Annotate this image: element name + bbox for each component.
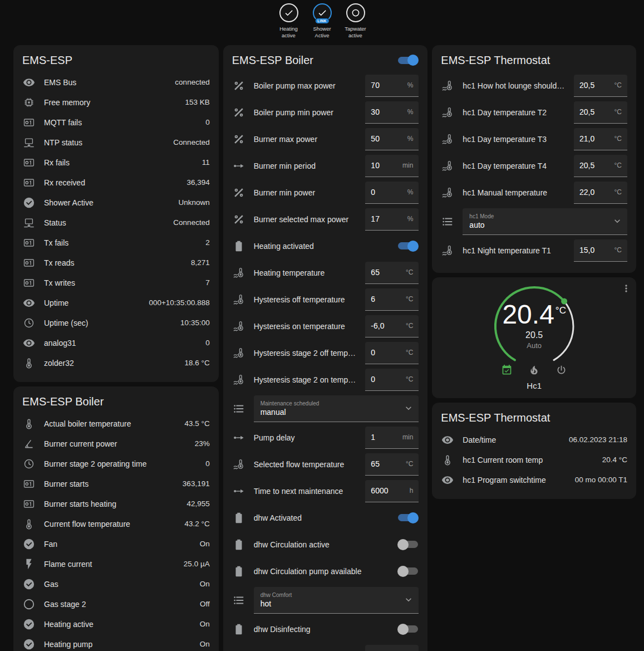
entity-row[interactable]: Shower ActiveUnknown — [22, 193, 210, 213]
entity-row[interactable]: hc1 Program switchtime00 mo 00:00 T1 — [441, 470, 627, 490]
number-input[interactable]: 15,0°C — [574, 239, 627, 262]
entity-row[interactable]: Uptime (sec)10:35:00 — [22, 313, 210, 333]
entity-row[interactable]: hc1 Current room temp20.4 °C — [441, 450, 627, 470]
number-input[interactable]: 65°C — [365, 453, 419, 476]
toggle-switch[interactable] — [397, 539, 419, 550]
entity-row[interactable]: Burner stage 2 operating time0 — [22, 454, 210, 474]
number-input[interactable]: 17% — [365, 208, 419, 231]
number-input[interactable]: 70% — [365, 75, 419, 97]
entity-label: Status — [44, 218, 165, 227]
number-input[interactable]: 6000h — [365, 480, 419, 502]
select-field[interactable]: dhw Comforthot — [254, 587, 419, 614]
thermo-water-icon — [441, 80, 454, 92]
entity-row[interactable]: analog310 — [22, 333, 210, 353]
toggle-switch[interactable] — [397, 241, 419, 252]
entity-value: On — [200, 580, 210, 588]
entity-row[interactable]: Heating activeOn — [22, 614, 210, 634]
entity-label: Hysteresis off temperature — [254, 295, 357, 304]
menu-dots-icon[interactable] — [621, 283, 632, 296]
toggle-switch[interactable] — [397, 624, 419, 635]
number-input[interactable]: 0°C — [365, 369, 419, 391]
entity-row[interactable]: GasOn — [22, 574, 210, 594]
battery-icon — [232, 512, 245, 524]
number-input[interactable]: 70°C — [365, 645, 419, 651]
percent-icon — [232, 213, 245, 226]
counter-icon — [22, 257, 36, 269]
entity-row[interactable]: Tx reads8,271 — [22, 253, 210, 273]
badge-tapwater-active[interactable]: Tapwater active — [341, 3, 370, 40]
number-unit: °C — [614, 161, 622, 169]
chevron-down-icon — [403, 403, 414, 414]
select-field[interactable]: Maintenance scheduledmanual — [254, 395, 419, 422]
entity-row[interactable]: Date/time06.02.2023 21:18 — [441, 430, 627, 450]
entity-value: 11 — [202, 158, 210, 167]
entity-label: hc1 Night temperature T1 — [463, 246, 566, 255]
number-input[interactable]: 20,5°C — [574, 155, 627, 177]
number-input[interactable]: 0°C — [365, 342, 419, 364]
toggle-switch[interactable] — [397, 566, 419, 577]
hvac-mode-label: Auto — [476, 341, 593, 350]
badge-heating-active[interactable]: Heating active — [274, 3, 303, 40]
entity-row[interactable]: StatusConnected — [22, 213, 210, 233]
entity-value: 10:35:00 — [180, 319, 210, 327]
entity-row[interactable]: Burner current power23% — [22, 434, 210, 454]
entity-row[interactable]: Gas stage 2Off — [22, 594, 210, 614]
entity-value: 18.6 °C — [184, 359, 209, 367]
number-input[interactable]: 10min — [365, 155, 419, 177]
entity-row[interactable]: Flame current25.0 µA — [22, 554, 210, 574]
entity-row[interactable]: Rx received36,394 — [22, 173, 210, 193]
number-input[interactable]: 6°C — [365, 288, 419, 311]
number-input[interactable]: -6,0°C — [365, 315, 419, 337]
number-input[interactable]: 20,5°C — [574, 101, 627, 124]
entity-label: Hysteresis on temperature — [254, 322, 357, 331]
entity-label: Heating active — [44, 620, 191, 629]
select-value: auto — [469, 221, 612, 229]
entity-value: 25.0 µA — [184, 560, 210, 568]
battery-icon — [232, 565, 245, 577]
toggle-switch[interactable] — [397, 512, 419, 523]
entity-row[interactable]: zolder3218.6 °C — [22, 353, 210, 373]
entity-row: Hysteresis on temperature-6,0°C — [232, 313, 419, 340]
number-value: -6,0 — [371, 321, 384, 330]
entity-row[interactable]: MQTT fails0 — [22, 112, 210, 133]
number-value: 0 — [371, 348, 375, 357]
entity-row[interactable]: EMS Busconnected — [22, 72, 210, 92]
card-header-toggle[interactable] — [397, 55, 419, 66]
number-input[interactable]: 22,0°C — [574, 182, 627, 204]
counter-icon — [22, 498, 36, 510]
entity-row[interactable]: Burner starts363,191 — [22, 474, 210, 494]
number-input[interactable]: 30% — [365, 101, 419, 124]
select-field[interactable]: hc1 Modeauto — [463, 208, 627, 235]
radio-blank-icon — [346, 3, 365, 22]
entity-label: Flame current — [44, 560, 175, 569]
entity-row[interactable]: NTP statusConnected — [22, 133, 210, 153]
entity-row[interactable]: Tx writes7 — [22, 273, 210, 293]
number-value: 0 — [371, 188, 375, 197]
entity-row[interactable]: Rx fails11 — [22, 153, 210, 173]
entity-row[interactable]: Actual boiler temperature43.5 °C — [22, 414, 210, 434]
entity-row[interactable]: FanOn — [22, 534, 210, 554]
entity-row: hc1 Manual temperature22,0°C — [441, 179, 627, 206]
column-right: EMS-ESP Thermostathc1 How hot lounge sho… — [432, 45, 636, 499]
entity-row[interactable]: Uptime000+10:35:00.888 — [22, 293, 210, 313]
entity-row[interactable]: Current flow temperature43.2 °C — [22, 514, 210, 534]
entity-value: 363,191 — [183, 479, 210, 488]
badge-shower-active[interactable]: LINKShower Active — [308, 3, 337, 40]
number-input[interactable]: 20,5°C — [574, 75, 627, 97]
eye-icon — [22, 297, 36, 309]
entity-row[interactable]: Tx fails2 — [22, 233, 210, 253]
thermostat-gauge[interactable]: 20.4°C20.5Auto — [476, 284, 593, 372]
network-icon — [22, 136, 36, 149]
number-input[interactable]: 65°C — [365, 262, 419, 284]
entity-row[interactable]: Heating pumpOn — [22, 634, 210, 651]
number-input[interactable]: 0% — [365, 182, 419, 204]
number-unit: °C — [614, 108, 622, 116]
number-value: 65 — [371, 459, 380, 468]
number-input[interactable]: 1min — [365, 427, 419, 449]
entity-row[interactable]: Burner starts heating42,955 — [22, 494, 210, 514]
thermo-water-icon — [441, 106, 454, 119]
number-input[interactable]: 21,0°C — [574, 128, 627, 150]
number-input[interactable]: 50% — [365, 128, 419, 150]
entity-label: Boiler pump max power — [254, 81, 357, 90]
entity-row[interactable]: Free memory153 KB — [22, 92, 210, 112]
